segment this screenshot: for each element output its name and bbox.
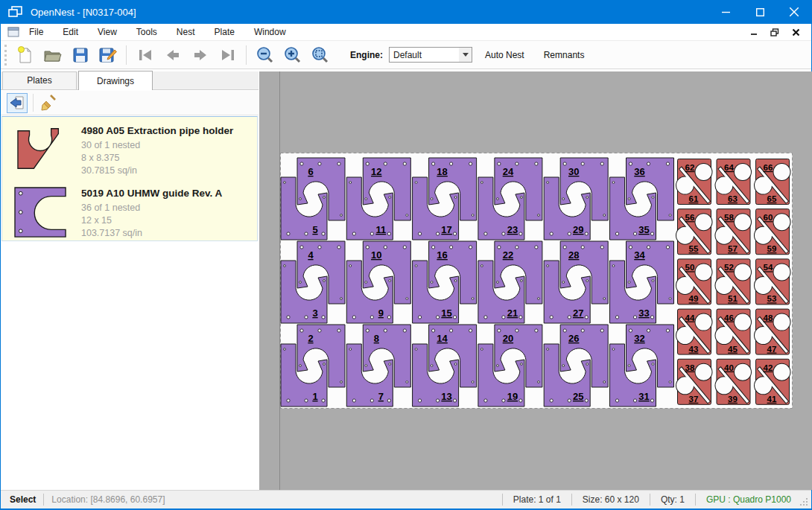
- nest-canvas[interactable]: 6512111817242330293635431091615222128273…: [259, 71, 812, 490]
- part-number: 6: [308, 166, 313, 177]
- part-number: 27: [573, 307, 583, 319]
- red-part-pair[interactable]: 5857: [715, 209, 752, 255]
- drawing-title: 5019 A10 UHMW guide Rev. A: [81, 188, 250, 199]
- red-part-pair[interactable]: 3837: [676, 359, 713, 404]
- part-number: 55: [689, 244, 699, 253]
- list-item[interactable]: 4980 A05 Extraction pipe holder 30 of 1 …: [2, 117, 257, 179]
- part-number: 37: [689, 395, 699, 404]
- last-arrow-icon: [220, 48, 236, 62]
- menu-bar: File Edit View Tools Nest Plate Window: [1, 24, 811, 41]
- resize-grip[interactable]: [799, 497, 809, 507]
- first-plate-button[interactable]: [131, 44, 159, 66]
- part-number: 16: [437, 249, 447, 261]
- part-number: 66: [764, 163, 773, 172]
- engine-value: Default: [393, 50, 422, 60]
- red-part-pair[interactable]: 6463: [715, 159, 752, 205]
- document-icon: [7, 27, 19, 37]
- zoom-in-button[interactable]: [279, 44, 306, 66]
- engine-label: Engine:: [350, 50, 383, 60]
- red-part-pair[interactable]: 5655: [676, 209, 713, 255]
- close-icon: [790, 7, 799, 16]
- zoom-out-button[interactable]: [251, 44, 279, 66]
- part-number: 44: [685, 313, 695, 322]
- new-button[interactable]: [11, 44, 39, 66]
- part-number: 23: [507, 224, 518, 235]
- red-part-pair[interactable]: 4443: [676, 309, 713, 354]
- part-number: 35: [638, 224, 649, 235]
- list-item[interactable]: 5019 A10 UHMW guide Rev. A 36 of 1 neste…: [2, 179, 257, 242]
- drawing-nested: 30 of 1 nested: [81, 139, 250, 152]
- red-part-pair[interactable]: 5251: [715, 259, 752, 305]
- drawing-title: 4980 A05 Extraction pipe holder: [81, 125, 250, 136]
- engine-select[interactable]: Default: [389, 47, 472, 63]
- menu-tools[interactable]: Tools: [127, 25, 167, 39]
- tab-plates[interactable]: Plates: [2, 71, 77, 89]
- drawing-area: 30.7815 sq/in: [81, 165, 250, 177]
- next-plate-button[interactable]: [186, 44, 214, 66]
- part-number: 2: [308, 333, 313, 344]
- red-part-pair[interactable]: 5049: [676, 259, 713, 305]
- tab-drawings[interactable]: Drawings: [78, 71, 153, 90]
- part-number: 10: [371, 249, 381, 261]
- open-button[interactable]: [39, 44, 66, 66]
- mdi-minimize-button[interactable]: [749, 28, 759, 36]
- part-number: 8: [374, 333, 379, 344]
- drawing-size: 8 x 8.375: [81, 152, 250, 165]
- menu-file[interactable]: File: [19, 25, 53, 39]
- part-number: 39: [728, 395, 738, 404]
- menu-window[interactable]: Window: [244, 25, 296, 39]
- window-title: OpenNest - [N0317-004]: [31, 7, 136, 18]
- zoom-out-icon: [256, 46, 274, 64]
- status-location: Location: [84.8696, 60.6957]: [51, 494, 165, 505]
- toolbar-grip[interactable]: [4, 45, 7, 66]
- red-part-pair[interactable]: 4039: [715, 359, 752, 404]
- part-number: 21: [507, 307, 518, 319]
- part-number: 19: [507, 391, 518, 402]
- red-part-pair[interactable]: 4645: [715, 309, 752, 354]
- part-number: 34: [634, 249, 645, 261]
- zoom-fit-button[interactable]: [306, 44, 334, 66]
- import-drawing-button[interactable]: [7, 93, 28, 113]
- red-part-pair[interactable]: 6261: [676, 159, 713, 205]
- drawing-list: 4980 A05 Extraction pipe holder 30 of 1 …: [1, 116, 258, 241]
- auto-nest-button[interactable]: Auto Nest: [478, 46, 531, 64]
- plate[interactable]: 6512111817242330293635431091615222128273…: [280, 153, 793, 409]
- status-bar: Select Location: [84.8696, 60.6957] Plat…: [1, 490, 811, 509]
- menu-view[interactable]: View: [88, 25, 127, 39]
- mdi-close-button[interactable]: [790, 28, 801, 36]
- save-button[interactable]: [66, 44, 94, 66]
- previous-plate-button[interactable]: [159, 44, 186, 66]
- save-as-button[interactable]: [94, 44, 121, 66]
- red-part-pair[interactable]: 6665: [754, 159, 791, 205]
- last-plate-button[interactable]: [214, 44, 241, 66]
- title-bar: OpenNest - [N0317-004]: [1, 0, 811, 24]
- part-number: 25: [573, 391, 583, 402]
- toolbar-separator: [126, 45, 127, 65]
- save-icon: [72, 47, 89, 63]
- part-number: 32: [634, 333, 644, 344]
- maximize-button[interactable]: [743, 0, 777, 24]
- mdi-restore-button[interactable]: [770, 28, 780, 36]
- red-part-pair[interactable]: 5453: [754, 259, 791, 305]
- first-arrow-icon: [137, 48, 153, 62]
- close-button[interactable]: [777, 0, 811, 24]
- remnants-button[interactable]: Remnants: [537, 46, 591, 64]
- status-separator: [695, 494, 696, 506]
- red-part-pair[interactable]: 4241: [754, 359, 791, 404]
- clear-broom-button[interactable]: [39, 93, 60, 113]
- next-arrow-icon: [192, 48, 209, 62]
- status-mode: Select: [10, 494, 36, 505]
- minimize-button[interactable]: [708, 0, 743, 24]
- red-part-pair[interactable]: 6059: [754, 209, 791, 255]
- part-number: 20: [503, 333, 513, 344]
- red-part-pair[interactable]: 4847: [754, 309, 791, 354]
- part-number: 60: [764, 213, 773, 222]
- part-number: 3: [312, 307, 317, 319]
- status-separator: [571, 494, 572, 506]
- part-number: 31: [638, 391, 649, 402]
- part-number: 28: [568, 249, 579, 261]
- menu-nest[interactable]: Nest: [167, 25, 205, 39]
- menu-plate[interactable]: Plate: [205, 25, 244, 39]
- menu-edit[interactable]: Edit: [53, 25, 88, 39]
- part-number: 59: [767, 244, 777, 253]
